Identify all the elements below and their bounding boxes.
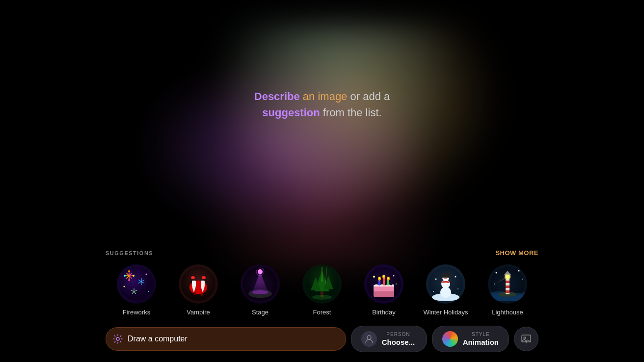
svg-point-33 [194,292,196,295]
svg-point-99 [116,337,119,340]
vampire-art [181,267,215,301]
svg-rect-87 [506,281,510,283]
svg-point-52 [312,295,332,300]
birthday-circle [364,264,403,304]
vampire-label: Vampire [187,309,210,316]
svg-point-100 [367,336,371,339]
svg-rect-57 [383,278,385,285]
style-button[interactable]: STYLE Animation [432,326,509,352]
suggestion-winter-holidays[interactable]: Winter Holidays [415,264,477,316]
svg-point-81 [455,276,456,278]
svg-point-60 [379,277,380,279]
winter-circle [426,264,465,304]
stage-label: Stage [252,309,268,316]
svg-rect-30 [201,281,205,286]
svg-point-9 [128,270,130,272]
birthday-art [367,267,401,301]
fireworks-circle [117,264,156,304]
image-word: an image [303,90,348,103]
suggestions-label: SUGGESTIONS [106,250,153,256]
suggestions-row: Fireworks [106,264,538,316]
svg-point-10 [128,279,130,281]
winter-holidays-label: Winter Holidays [423,309,468,316]
from-words: from the list. [323,106,382,119]
person-svg [365,335,374,343]
suggestion-vampire[interactable]: Vampire [167,264,229,316]
svg-rect-88 [506,285,510,288]
svg-point-64 [388,277,389,279]
svg-point-0 [119,267,154,301]
suggestion-word: suggestion [262,106,320,119]
svg-point-75 [444,278,445,279]
svg-point-83 [433,291,434,292]
svg-point-35 [191,276,195,279]
svg-point-62 [383,275,385,277]
svg-rect-89 [506,290,510,293]
search-input-wrapper [106,327,346,351]
svg-point-25 [146,274,147,275]
svg-point-36 [202,276,206,279]
vampire-circle [179,264,218,304]
image-upload-button[interactable] [514,327,538,351]
winter-art [429,267,463,301]
fireworks-art [119,267,154,301]
lighthouse-art [490,267,525,301]
stage-art [243,267,277,301]
suggestion-stage[interactable]: Stage [229,264,291,316]
lighthouse-circle [488,264,527,304]
svg-point-95 [496,272,497,274]
svg-point-82 [457,288,458,289]
svg-point-65 [373,276,375,278]
svg-point-11 [133,275,134,277]
person-btn-text: PERSON Choose... [382,332,415,346]
svg-point-66 [393,275,395,277]
svg-rect-29 [192,281,196,286]
stage-circle [241,264,280,304]
gear-svg [113,334,123,344]
birthday-label: Birthday [372,309,396,316]
describe-text: Describe an image or add a suggestion fr… [254,88,390,121]
fireworks-label: Fireworks [123,309,150,316]
suggestion-forest[interactable]: Forest [291,264,353,316]
svg-point-77 [446,278,447,279]
search-input[interactable] [106,327,346,351]
svg-point-34 [201,293,203,296]
svg-point-24 [124,286,125,287]
forest-label: Forest [313,309,331,316]
forest-art [305,267,339,301]
svg-rect-79 [440,276,451,278]
style-label-main: Animation [463,338,499,346]
svg-point-26 [148,291,149,292]
svg-point-41 [258,269,263,274]
suggestion-lighthouse[interactable]: Lighthouse [477,264,538,316]
svg-point-43 [252,290,268,294]
svg-point-102 [524,337,526,339]
style-btn-text: STYLE Animation [463,332,499,346]
suggestion-fireworks[interactable]: Fireworks [106,264,167,316]
describe-word: Describe [254,90,300,103]
style-icon [442,331,458,347]
svg-point-70 [440,287,451,298]
svg-point-80 [435,279,437,280]
show-more-button[interactable]: SHOW MORE [495,249,538,257]
svg-point-67 [396,284,397,284]
svg-point-98 [494,284,495,284]
forest-circle [302,264,342,304]
lighthouse-label: Lighthouse [492,309,523,316]
svg-point-97 [522,279,523,280]
svg-point-12 [124,275,126,277]
suggestions-header: SUGGESTIONS SHOW MORE [106,249,538,257]
bottom-panel: SUGGESTIONS SHOW MORE [0,249,644,362]
or-word: or add a [350,90,390,103]
person-icon [361,331,377,347]
svg-point-96 [518,270,520,272]
input-row: PERSON Choose... STYLE Animation [106,326,538,352]
person-button[interactable]: PERSON Choose... [351,326,427,352]
gear-icon [112,334,123,344]
image-upload-icon [521,334,532,344]
style-label-small: STYLE [463,332,499,337]
svg-rect-78 [442,273,450,277]
suggestion-birthday[interactable]: Birthday [353,264,415,316]
svg-point-76 [445,278,446,279]
person-label-main: Choose... [382,338,415,346]
